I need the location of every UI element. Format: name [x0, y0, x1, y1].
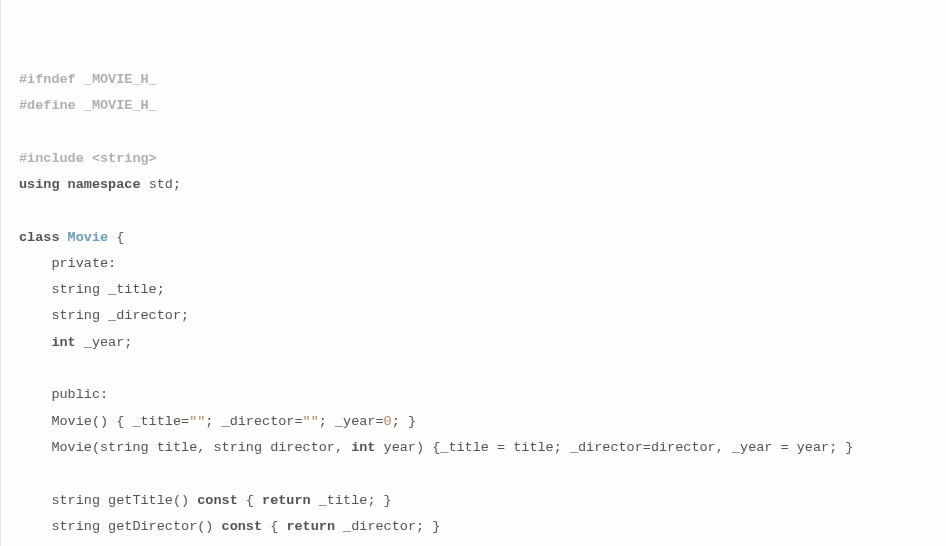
code-token: int [351, 440, 375, 455]
code-token: private: [19, 256, 116, 271]
code-token: "" [303, 414, 319, 429]
code-token: _director; } [335, 519, 440, 534]
code-line: #define _MOVIE_H_ [19, 93, 928, 119]
code-token: std; [141, 177, 182, 192]
code-token: ; } [392, 414, 416, 429]
code-token: public: [19, 387, 108, 402]
code-token: const [222, 519, 263, 534]
code-token: return [286, 519, 335, 534]
code-line [19, 461, 928, 487]
code-token [19, 466, 27, 481]
code-token: string getTitle() [19, 493, 197, 508]
code-token: int [51, 335, 75, 350]
code-line: using namespace std; [19, 172, 928, 198]
code-line: Movie(string title, string director, int… [19, 435, 928, 461]
code-token: Movie(string title, string director, [19, 440, 351, 455]
code-token: class [19, 230, 68, 245]
code-token: string getDirector() [19, 519, 222, 534]
code-line: public: [19, 382, 928, 408]
code-token: ; _director= [205, 414, 302, 429]
code-line: string _title; [19, 277, 928, 303]
code-token: 0 [384, 414, 392, 429]
code-token: using namespace [19, 177, 141, 192]
code-line: string _director; [19, 303, 928, 329]
code-token: #ifndef _MOVIE_H_ [19, 72, 157, 87]
code-token: { [108, 230, 124, 245]
code-token: Movie [68, 230, 109, 245]
code-line: int getYear() const { return _year; } [19, 540, 928, 546]
code-line [19, 356, 928, 382]
code-token: string _director; [19, 308, 189, 323]
code-token: const [197, 493, 238, 508]
code-token [19, 203, 27, 218]
code-line: string getDirector() const { return _dir… [19, 514, 928, 540]
code-line [19, 119, 928, 145]
code-token [19, 124, 27, 139]
code-token: ; _year= [319, 414, 384, 429]
code-token: return [262, 493, 311, 508]
code-token [19, 361, 27, 376]
code-token: #define _MOVIE_H_ [19, 98, 157, 113]
code-line: private: [19, 251, 928, 277]
code-token: "" [189, 414, 205, 429]
code-line: Movie() { _title=""; _director=""; _year… [19, 409, 928, 435]
code-token: _title; } [311, 493, 392, 508]
code-token: _year; [76, 335, 133, 350]
code-line [19, 198, 928, 224]
code-line: class Movie { [19, 225, 928, 251]
code-line: #include <string> [19, 146, 928, 172]
code-token: Movie() { _title= [19, 414, 189, 429]
code-token: year) {_title = title; _director=directo… [375, 440, 853, 455]
code-token: { [238, 493, 262, 508]
code-token: #include <string> [19, 151, 157, 166]
code-line: #ifndef _MOVIE_H_ [19, 67, 928, 93]
code-line: int _year; [19, 330, 928, 356]
code-token: { [262, 519, 286, 534]
code-line: string getTitle() const { return _title;… [19, 488, 928, 514]
code-block: #ifndef _MOVIE_H_#define _MOVIE_H_ #incl… [19, 67, 928, 546]
code-token: string _title; [19, 282, 165, 297]
code-token [19, 335, 51, 350]
